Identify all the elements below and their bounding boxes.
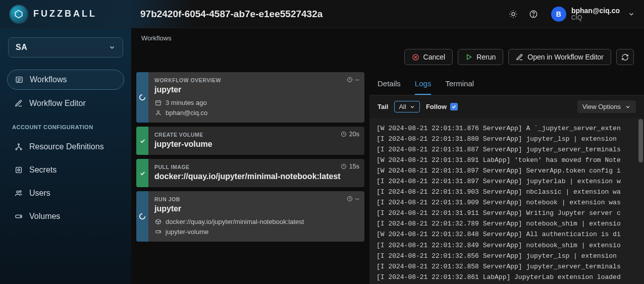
user-email: bphan@ciq.co — [571, 7, 620, 15]
tab-details[interactable]: Details — [378, 75, 401, 95]
sidebar-item-users[interactable]: Users — [7, 184, 124, 203]
theme-toggle-icon[interactable] — [505, 6, 522, 23]
tab-terminal[interactable]: Terminal — [445, 75, 474, 95]
view-options-button[interactable]: View Options — [577, 100, 636, 113]
svg-point-17 — [20, 216, 21, 216]
step-title: jupyter — [154, 85, 358, 94]
rerun-button[interactable]: Rerun — [458, 49, 503, 65]
step-card[interactable]: 20sCREATE VOLUMEjupyter-volume — [136, 127, 364, 155]
sidebar-item-secrets[interactable]: Secrets — [7, 160, 124, 180]
sidebar-item-label: Volumes — [29, 212, 60, 221]
sidebar-item-workflows[interactable]: Workflows — [7, 70, 124, 90]
refresh-icon — [621, 53, 629, 61]
clock-icon — [341, 131, 347, 137]
panel-tabs: Details Logs Terminal — [369, 72, 644, 95]
svg-rect-23 — [155, 101, 160, 105]
sidebar-item-label: Secrets — [29, 165, 57, 175]
disk-icon — [14, 212, 23, 221]
brand-logo[interactable]: FUZZBALL — [9, 5, 130, 24]
tab-logs[interactable]: Logs — [415, 75, 432, 95]
sidebar-section-label: ACCOUNT CONFIGURATION — [5, 116, 126, 134]
user-menu[interactable]: B bphan@ciq.co CIQ — [551, 7, 635, 22]
workflow-id: 97b2420f-6054-4587-ab7e-e1ee5527432a — [140, 9, 323, 20]
svg-point-10 — [20, 148, 22, 150]
button-label: Rerun — [476, 53, 496, 61]
svg-point-9 — [16, 148, 17, 150]
sidebar-item-workflow-editor[interactable]: Workflow Editor — [7, 94, 124, 113]
svg-point-27 — [157, 110, 159, 112]
step-status-icon — [136, 159, 148, 187]
sidebar-item-label: Users — [29, 189, 50, 198]
action-row: Cancel Rerun Open in Workflow Editor — [141, 49, 634, 65]
topbar: FUZZBALL 97b2420f-6054-4587-ab7e-e1ee552… — [0, 0, 644, 28]
step-meta-row: docker://quay.io/jupyter/minimal-noteboo… — [154, 218, 358, 225]
check-icon — [451, 104, 457, 109]
steps-column: --WORKFLOW OVERVIEWjupyter3 minutes agob… — [136, 72, 364, 284]
view-options-label: View Options — [582, 103, 621, 110]
step-card[interactable]: --RUN JOBjupyterdocker://quay.io/jupyter… — [136, 191, 364, 242]
tail-select[interactable]: All — [394, 101, 419, 112]
step-status-icon — [136, 127, 148, 155]
sidebar-item-volumes[interactable]: Volumes — [7, 207, 124, 226]
user-org: CIQ — [571, 15, 620, 22]
safe-icon — [14, 165, 23, 175]
step-card[interactable]: --WORKFLOW OVERVIEWjupyter3 minutes agob… — [136, 72, 364, 123]
refresh-button[interactable] — [616, 49, 634, 65]
svg-marker-0 — [15, 10, 22, 18]
step-meta-text: 3 minutes ago — [166, 99, 207, 106]
svg-point-8 — [18, 144, 20, 145]
edit-icon — [516, 53, 523, 61]
svg-rect-11 — [16, 167, 22, 173]
chevron-down-icon — [409, 104, 415, 110]
logs-toolbar: Tail All Follow View Options — [369, 95, 644, 118]
step-duration: -- — [347, 195, 359, 202]
calendar-icon — [154, 99, 162, 106]
step-body: --WORKFLOW OVERVIEWjupyter3 minutes agob… — [148, 72, 364, 123]
users-icon — [14, 189, 23, 198]
step-duration: -- — [347, 76, 359, 83]
cancel-icon — [412, 53, 419, 61]
user-meta: bphan@ciq.co CIQ — [571, 7, 620, 22]
svg-point-3 — [533, 16, 533, 16]
chevron-down-icon — [109, 44, 116, 51]
svg-point-15 — [20, 191, 21, 192]
account-selector-value: SA — [16, 43, 27, 52]
follow-checkbox[interactable] — [450, 103, 458, 110]
help-icon[interactable] — [525, 6, 542, 23]
tail-value: All — [399, 103, 406, 110]
step-type: WORKFLOW OVERVIEW — [154, 77, 358, 83]
log-output[interactable]: [W 2024-08-21 22:01:31.876 ServerApp] A … — [369, 118, 644, 284]
avatar: B — [551, 7, 566, 22]
step-status-icon — [136, 72, 148, 123]
step-body: 15sPULL IMAGEdocker://quay.io/jupyter/mi… — [148, 159, 364, 187]
play-icon — [465, 53, 472, 61]
open-editor-button[interactable]: Open in Workflow Editor — [508, 49, 611, 65]
sidebar-item-label: Workflow Editor — [29, 99, 86, 108]
svg-point-14 — [17, 191, 19, 193]
step-title: docker://quay.io/jupyter/minimal-noteboo… — [154, 172, 358, 181]
step-meta-row: jupyter-volume — [154, 228, 358, 236]
step-meta-text: docker://quay.io/jupyter/minimal-noteboo… — [166, 218, 304, 225]
step-meta-text: jupyter-volume — [166, 228, 208, 236]
svg-marker-21 — [467, 54, 471, 59]
step-meta-row: 3 minutes ago — [154, 99, 358, 106]
clock-icon — [341, 163, 347, 169]
button-label: Open in Workflow Editor — [527, 53, 604, 61]
tail-label: Tail — [378, 103, 388, 110]
breadcrumb[interactable]: Workflows — [141, 34, 634, 42]
sidebar-item-label: Workflows — [30, 75, 67, 84]
cancel-button[interactable]: Cancel — [404, 49, 453, 65]
step-body: --RUN JOBjupyterdocker://quay.io/jupyter… — [148, 191, 364, 242]
brand-name: FUZZBALL — [33, 9, 97, 19]
brand-badge-icon — [9, 5, 28, 24]
step-card[interactable]: 15sPULL IMAGEdocker://quay.io/jupyter/mi… — [136, 159, 364, 187]
svg-point-33 — [159, 232, 160, 232]
svg-point-1 — [512, 13, 515, 16]
step-type: CREATE VOLUME — [154, 132, 358, 138]
account-selector[interactable]: SA — [8, 37, 123, 58]
step-type: PULL IMAGE — [154, 164, 358, 170]
chevron-down-icon — [628, 11, 635, 18]
chevron-down-icon — [625, 104, 631, 110]
sidebar-item-resource-definitions[interactable]: Resource Definitions — [7, 137, 124, 156]
button-label: Cancel — [423, 53, 446, 61]
